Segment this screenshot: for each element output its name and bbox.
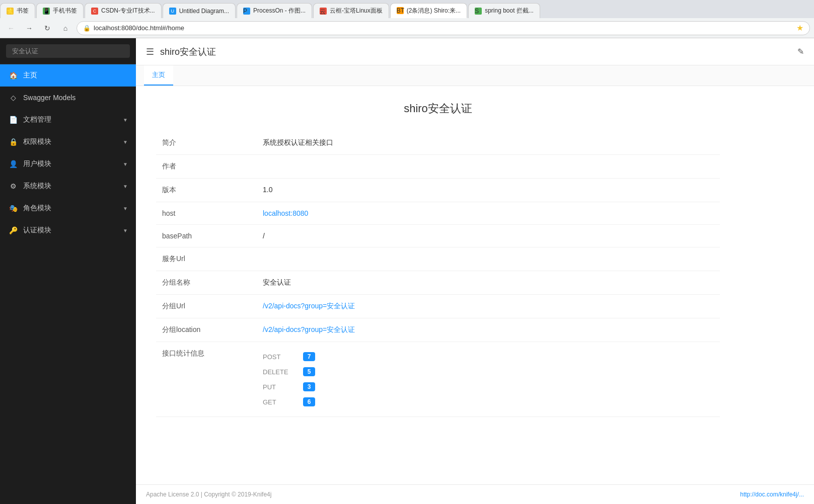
sidebar-label-system: 系统模块 (23, 182, 118, 191)
stat-badge-put: 3 (303, 382, 315, 391)
table-row-basepath: basePath / (156, 225, 720, 247)
stat-badge-post: 7 (303, 352, 315, 361)
footer-license: Apache License 2.0 | Copyright © 2019-Kn… (146, 491, 271, 498)
sidebar: 🏠 主页 ◇ Swagger Models 📄 文档管理 ▼ 🔒 权限模块 ▼ … (0, 38, 136, 504)
sidebar-label-roles: 角色模块 (23, 204, 118, 213)
label-stats: 接口统计信息 (156, 342, 257, 417)
tab-bookmark[interactable]: ⭐ 书签 (0, 3, 35, 18)
sidebar-item-home[interactable]: 🏠 主页 (0, 64, 136, 87)
info-table: 简介 系统授权认证相关接口 作者 版本 1.0 host (156, 131, 720, 417)
stat-row-post: POST 7 (263, 349, 714, 364)
stat-row-delete: DELETE 5 (263, 364, 714, 379)
label-intro: 简介 (156, 131, 257, 155)
sidebar-menu: 🏠 主页 ◇ Swagger Models 📄 文档管理 ▼ 🔒 权限模块 ▼ … (0, 64, 136, 504)
label-groupname: 分组名称 (156, 271, 257, 295)
tab-label-mobile: 手机书签 (53, 7, 77, 15)
chevron-down-icon-4: ▼ (123, 184, 128, 189)
roles-icon: 🎭 (8, 203, 18, 213)
value-author (257, 155, 720, 179)
address-bar[interactable]: 🔒 localhost:8080/doc.html#/home ★ (77, 21, 810, 35)
edit-icon[interactable]: ✎ (797, 47, 804, 56)
stat-method-put: PUT (263, 383, 293, 391)
content-tabs: 主页 (136, 65, 814, 86)
home-button[interactable]: ⌂ (58, 21, 72, 35)
sidebar-search-container (0, 38, 136, 64)
lock-icon: 🔒 (83, 25, 91, 32)
table-row-groupname: 分组名称 安全认证 (156, 271, 720, 295)
label-version: 版本 (156, 179, 257, 202)
value-groupname: 安全认证 (257, 271, 720, 295)
value-grouplocation[interactable]: /v2/api-docs?group=安全认证 (257, 318, 720, 342)
tab-bar: ⭐ 书签 📱 手机书签 C CSDN-专业IT技术... U Untitled … (0, 0, 814, 18)
sidebar-label-swagger: Swagger Models (23, 94, 128, 102)
sidebar-item-docs[interactable]: 📄 文档管理 ▼ (0, 109, 136, 131)
value-groupurl[interactable]: /v2/api-docs?group=安全认证 (257, 295, 720, 318)
sidebar-item-auth[interactable]: 🔑 认证模块 ▼ (0, 219, 136, 241)
back-button[interactable]: ← (4, 21, 18, 35)
swagger-icon: ◇ (8, 93, 18, 103)
info-section: shiro安全认证 简介 系统授权认证相关接口 作者 版本 (136, 86, 740, 432)
tab-main[interactable]: 主页 (144, 65, 173, 86)
tab-processon[interactable]: P ProcessOn - 作图... (237, 3, 312, 18)
table-row-author: 作者 (156, 155, 720, 179)
value-host[interactable]: localhost:8080 (257, 202, 720, 225)
tab-favicon-yunxiang: 云 (320, 8, 327, 15)
menu-icon[interactable]: ☰ (146, 46, 154, 57)
tab-label-shiro: (2条消息) Shiro:来... (407, 7, 461, 15)
tab-spring[interactable]: S spring boot 拦截... (468, 3, 540, 18)
app-container: 🏠 主页 ◇ Swagger Models 📄 文档管理 ▼ 🔒 权限模块 ▼ … (0, 38, 814, 504)
sidebar-label-users: 用户模块 (23, 159, 118, 169)
sidebar-item-permissions[interactable]: 🔒 权限模块 ▼ (0, 131, 136, 153)
tab-mobile[interactable]: 📱 手机书签 (36, 3, 84, 18)
label-grouplocation: 分组location (156, 318, 257, 342)
tab-favicon-bookmark: ⭐ (7, 8, 14, 15)
sidebar-item-system[interactable]: ⚙ 系统模块 ▼ (0, 175, 136, 197)
tab-label-csdn: CSDN-专业IT技术... (101, 7, 155, 15)
sidebar-item-roles[interactable]: 🎭 角色模块 ▼ (0, 197, 136, 219)
stat-badge-get: 6 (303, 397, 315, 406)
chevron-down-icon: ▼ (123, 117, 128, 123)
table-row-intro: 简介 系统授权认证相关接口 (156, 131, 720, 155)
app-footer: Apache License 2.0 | Copyright © 2019-Kn… (136, 484, 814, 504)
tab-favicon-processon: P (243, 8, 250, 15)
tab-shiro[interactable]: BT (2条消息) Shiro:来... (390, 3, 467, 18)
forward-button[interactable]: → (22, 21, 36, 35)
tab-label-untitled: Untitled Diagram... (179, 8, 229, 15)
tab-yunxiang[interactable]: 云 云框-宝塔Linux面板 (313, 3, 389, 18)
search-input[interactable] (6, 44, 130, 58)
tab-csdn[interactable]: C CSDN-专业IT技术... (85, 3, 162, 18)
footer-link[interactable]: http://doc.com/knife4j/... (740, 491, 804, 498)
tab-untitled[interactable]: U Untitled Diagram... (163, 3, 236, 18)
sidebar-item-swagger[interactable]: ◇ Swagger Models (0, 87, 136, 109)
tab-favicon-mobile: 📱 (43, 8, 50, 15)
value-serviceurl (257, 247, 720, 271)
bookmark-star-icon[interactable]: ★ (796, 23, 803, 33)
sidebar-item-users[interactable]: 👤 用户模块 ▼ (0, 153, 136, 175)
label-groupurl: 分组Url (156, 295, 257, 318)
tab-favicon-spring: S (475, 8, 482, 15)
content-title: shiro安全认证 (156, 101, 720, 116)
sidebar-label-auth: 认证模块 (23, 226, 118, 235)
table-row-stats: 接口统计信息 POST 7 DELETE 5 (156, 342, 720, 417)
main-panel: shiro安全认证 简介 系统授权认证相关接口 作者 版本 (136, 86, 814, 484)
page-title: shiro安全认证 (160, 46, 216, 58)
label-author: 作者 (156, 155, 257, 179)
label-host: host (156, 202, 257, 225)
docs-icon: 📄 (8, 115, 18, 125)
stat-badge-delete: 5 (303, 367, 315, 376)
tab-label-bookmark: 书签 (17, 7, 29, 15)
tab-label-yunxiang: 云框-宝塔Linux面板 (330, 7, 383, 15)
url-text: localhost:8080/doc.html#/home (94, 24, 793, 32)
stat-method-post: POST (263, 353, 293, 361)
permissions-icon: 🔒 (8, 137, 18, 147)
sidebar-label-permissions: 权限模块 (23, 137, 118, 146)
chevron-down-icon-2: ▼ (123, 139, 128, 145)
stat-method-delete: DELETE (263, 368, 293, 376)
stat-row-put: PUT 3 (263, 379, 714, 394)
reload-button[interactable]: ↻ (40, 21, 54, 35)
tab-favicon-untitled: U (169, 8, 176, 15)
address-bar-row: ← → ↻ ⌂ 🔒 localhost:8080/doc.html#/home … (0, 18, 814, 38)
table-row-host: host localhost:8080 (156, 202, 720, 225)
table-row-serviceurl: 服务Url (156, 247, 720, 271)
header-right: ✎ (797, 47, 804, 56)
